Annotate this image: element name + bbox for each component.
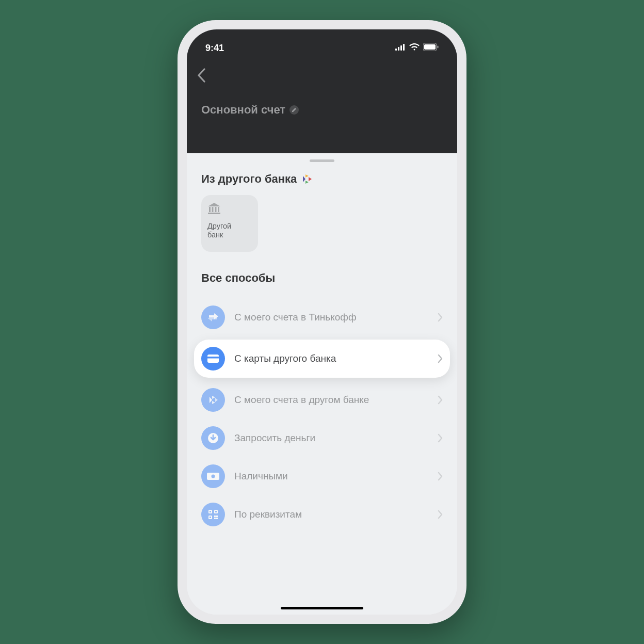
download-icon	[201, 426, 225, 450]
method-label: С моего счета в Тинькофф	[234, 312, 428, 323]
other-bank-card[interactable]: Другой банк	[201, 195, 258, 252]
svg-point-16	[212, 475, 215, 478]
edit-icon[interactable]	[289, 105, 299, 115]
methods-list: С моего счета в Тинькофф С карты другого…	[187, 294, 457, 534]
chevron-right-icon	[438, 392, 443, 408]
section-from-other-bank: Из другого банка	[187, 165, 457, 195]
method-cash[interactable]: Наличными	[187, 457, 457, 495]
from-other-bank-title: Из другого банка	[201, 172, 297, 186]
svg-rect-7	[209, 207, 211, 212]
bottom-sheet: Из другого банка Другой	[187, 153, 457, 615]
back-button[interactable]	[197, 67, 205, 86]
cash-icon	[201, 464, 225, 488]
chevron-right-icon	[438, 507, 443, 523]
svg-rect-13	[207, 357, 219, 359]
section-all-methods: Все способы	[187, 264, 457, 294]
svg-rect-20	[214, 516, 216, 517]
signal-icon	[395, 43, 406, 53]
bank-cards-row: Другой банк	[187, 195, 457, 264]
svg-rect-26	[210, 517, 211, 518]
home-indicator[interactable]	[281, 607, 363, 609]
status-icons	[395, 43, 439, 53]
method-label: По реквизитам	[234, 509, 428, 520]
svg-rect-8	[212, 207, 214, 212]
svg-rect-2	[400, 45, 402, 51]
method-requisites[interactable]: По реквизитам	[187, 495, 457, 534]
chevron-right-icon	[438, 430, 443, 446]
account-title-row: Основной счет	[187, 87, 457, 117]
svg-rect-9	[215, 207, 217, 212]
account-title: Основной счет	[201, 103, 285, 117]
header-dark: 9:41 Основно	[187, 29, 457, 153]
sbp-transfer-icon	[201, 388, 225, 412]
svg-rect-11	[208, 213, 220, 214]
sbp-icon	[302, 174, 313, 184]
chevron-right-icon	[438, 310, 443, 326]
bank-building-icon	[207, 202, 221, 217]
svg-rect-24	[210, 511, 211, 512]
arrows-exchange-icon	[201, 305, 225, 329]
svg-rect-25	[215, 511, 217, 512]
svg-rect-21	[216, 516, 218, 517]
nav-bar	[187, 57, 457, 87]
sheet-grabber[interactable]	[310, 159, 334, 162]
other-bank-card-label: Другой банк	[207, 222, 231, 240]
svg-rect-0	[395, 49, 397, 51]
method-label: С карты другого банка	[234, 353, 428, 364]
all-methods-title: Все способы	[201, 271, 275, 285]
battery-icon	[423, 43, 439, 53]
card-icon	[201, 347, 225, 371]
svg-rect-12	[207, 355, 219, 363]
chevron-right-icon	[438, 469, 443, 485]
svg-rect-3	[403, 44, 405, 51]
svg-rect-5	[424, 44, 436, 50]
svg-rect-6	[438, 46, 439, 49]
method-other-bank-card[interactable]: С карты другого банка	[194, 340, 450, 378]
svg-rect-22	[214, 518, 216, 519]
screen: 9:41 Основно	[187, 29, 457, 615]
status-bar: 9:41	[187, 29, 457, 57]
phone-frame: 9:41 Основно	[178, 20, 466, 624]
status-time: 9:41	[205, 43, 224, 54]
svg-rect-1	[398, 47, 399, 51]
chevron-right-icon	[438, 351, 443, 367]
method-label: С моего счета в другом банке	[234, 394, 428, 406]
svg-rect-10	[218, 207, 219, 212]
method-label: Наличными	[234, 471, 428, 482]
method-tinkoff-account[interactable]: С моего счета в Тинькофф	[187, 298, 457, 336]
qr-icon	[201, 503, 225, 526]
method-other-bank-account[interactable]: С моего счета в другом банке	[187, 381, 457, 419]
wifi-icon	[409, 43, 420, 53]
method-label: Запросить деньги	[234, 432, 428, 444]
svg-rect-23	[216, 518, 218, 519]
method-request-money[interactable]: Запросить деньги	[187, 419, 457, 457]
